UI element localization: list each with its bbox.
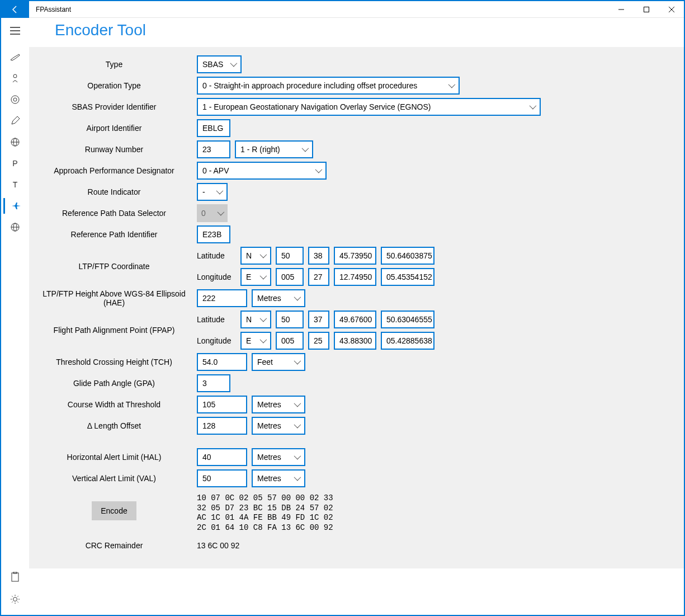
svg-point-18 xyxy=(13,598,17,601)
cwat-input[interactable]: 105 xyxy=(197,396,247,413)
sidebar-item-globe[interactable] xyxy=(3,134,27,150)
label-gpa: Glide Path Angle (GPA) xyxy=(34,379,197,388)
window-controls xyxy=(608,1,684,18)
gpa-input[interactable]: 3 xyxy=(197,374,230,392)
rpi-input[interactable]: E23B xyxy=(197,225,230,243)
hae-input[interactable]: 222 xyxy=(197,289,247,307)
person-location-icon xyxy=(11,74,20,83)
fpap-lon-deg-input[interactable]: 005 xyxy=(276,332,304,350)
label-route-indicator: Route Indicator xyxy=(34,187,197,196)
fpap-lat-sec-input[interactable]: 49.67600 xyxy=(334,311,376,328)
airport-id-input[interactable]: EBLG xyxy=(197,119,230,137)
tch-unit-select[interactable]: Feet xyxy=(252,353,305,371)
fpap-lon-hemi-select[interactable]: E xyxy=(240,332,271,350)
label-val: Vertical Alert Limit (VAL) xyxy=(34,474,197,483)
sidebar-item-clipboard[interactable] xyxy=(3,569,27,585)
ltp-lon-hemi-select[interactable]: E xyxy=(240,268,271,286)
label-rpds: Reference Path Data Selector xyxy=(34,209,197,218)
sidebar-item-encoder[interactable] xyxy=(3,198,27,214)
ltp-lon-sec-input[interactable]: 12.74950 xyxy=(334,268,376,286)
label-ltpftp: LTP/FTP Coordinate xyxy=(34,246,197,286)
encode-button[interactable]: Encode xyxy=(92,501,136,520)
label-longitude: Longitude xyxy=(197,336,236,345)
apd-select[interactable]: 0 - APV xyxy=(197,162,327,180)
dlen-unit-select[interactable]: Metres xyxy=(252,417,305,435)
svg-rect-16 xyxy=(12,573,18,581)
label-rpi: Reference Path Identifier xyxy=(34,230,197,239)
rpds-select: 0 xyxy=(197,204,228,222)
label-operation-type: Operation Type xyxy=(34,81,197,90)
sidebar-item-settings[interactable] xyxy=(3,591,27,607)
svg-rect-1 xyxy=(644,7,649,12)
sidebar-item-measure[interactable] xyxy=(3,113,27,129)
maximize-button[interactable] xyxy=(634,1,659,18)
val-unit-select[interactable]: Metres xyxy=(252,469,305,487)
letter-t-icon: T xyxy=(13,180,18,189)
ltp-lat-min-input[interactable]: 38 xyxy=(308,247,329,265)
label-tch: Threshold Crossing Height (TCH) xyxy=(34,358,197,366)
label-latitude: Latitude xyxy=(197,315,236,324)
label-crc: CRC Remainder xyxy=(34,541,197,550)
gauge-icon xyxy=(11,95,20,104)
plane-icon xyxy=(11,201,21,210)
route-indicator-select[interactable]: - xyxy=(197,183,228,201)
runway-number-input[interactable]: 23 xyxy=(197,140,230,158)
fpap-lat-hemi-select[interactable]: N xyxy=(240,311,271,328)
crc-value: 13 6C 00 92 xyxy=(197,541,239,550)
ltp-lon-min-input[interactable]: 27 xyxy=(308,268,329,286)
sidebar-item-globe2[interactable] xyxy=(3,219,27,235)
ltp-lat-hemi-select[interactable]: N xyxy=(240,247,271,265)
pencil-icon xyxy=(11,116,20,125)
fpap-lat-deg-input[interactable]: 50 xyxy=(276,311,304,328)
sidebar: P T xyxy=(1,18,29,615)
fpap-lat-dd-input[interactable]: 50.63046555 xyxy=(381,311,434,328)
form-content: Type SBAS Operation Type 0 - Straight-in… xyxy=(29,47,684,568)
plane-takeoff-icon xyxy=(10,53,20,61)
label-sbas-provider: SBAS Provider Identifier xyxy=(34,102,197,111)
label-fpap: Flight Path Alignment Point (FPAP) xyxy=(34,310,197,350)
minimize-button[interactable] xyxy=(608,1,634,18)
hamburger-icon xyxy=(10,27,20,35)
dlen-input[interactable]: 128 xyxy=(197,417,247,435)
sidebar-item-t[interactable]: T xyxy=(3,177,27,192)
svg-point-7 xyxy=(13,74,17,78)
ltp-lat-sec-input[interactable]: 45.73950 xyxy=(334,247,376,265)
close-icon xyxy=(669,7,674,12)
val-input[interactable]: 50 xyxy=(197,469,247,487)
label-cwat: Course Width at Threshold xyxy=(34,400,197,409)
gear-icon xyxy=(10,594,20,604)
hae-unit-select[interactable]: Metres xyxy=(252,289,305,307)
cwat-unit-select[interactable]: Metres xyxy=(252,396,305,413)
runway-side-select[interactable]: 1 - R (right) xyxy=(235,140,313,158)
label-hae: LTP/FTP Height Above WGS-84 Ellipsoid (H… xyxy=(34,289,197,307)
operation-type-select[interactable]: 0 - Straight-in approach procedure inclu… xyxy=(197,77,460,95)
close-button[interactable] xyxy=(659,1,684,18)
hal-input[interactable]: 40 xyxy=(197,448,247,466)
hal-unit-select[interactable]: Metres xyxy=(252,448,305,466)
letter-p-icon: P xyxy=(12,159,17,168)
label-apd: Approach Performance Designator xyxy=(34,166,197,175)
label-runway: Runway Number xyxy=(34,145,197,154)
fpap-lon-sec-input[interactable]: 43.88300 xyxy=(334,332,376,350)
sbas-provider-select[interactable]: 1 - European Geostationary Navigation Ov… xyxy=(197,98,541,116)
label-hal: Horizontal Alert Limit (HAL) xyxy=(34,453,197,462)
sidebar-item-instrument[interactable] xyxy=(3,92,27,107)
sidebar-item-approach[interactable] xyxy=(3,70,27,86)
page-title: Encoder Tool xyxy=(1,18,684,47)
tch-input[interactable]: 54.0 xyxy=(197,353,247,371)
type-select[interactable]: SBAS xyxy=(197,55,242,73)
title-bar: FPAssistant xyxy=(1,1,684,18)
fpap-lon-min-input[interactable]: 25 xyxy=(308,332,329,350)
ltp-lat-dd-input[interactable]: 50.64603875 xyxy=(381,247,434,265)
fpap-lat-min-input[interactable]: 37 xyxy=(308,311,329,328)
globe-icon xyxy=(11,138,20,147)
ltp-lat-deg-input[interactable]: 50 xyxy=(276,247,304,265)
sidebar-item-p[interactable]: P xyxy=(3,156,27,171)
fpap-lon-dd-input[interactable]: 05.42885638 xyxy=(381,332,434,350)
sidebar-item-departure[interactable] xyxy=(3,49,27,65)
ltp-lon-deg-input[interactable]: 005 xyxy=(276,268,304,286)
label-dlen: Δ Length Offset xyxy=(34,421,197,430)
menu-button[interactable] xyxy=(1,18,29,44)
ltp-lon-dd-input[interactable]: 05.45354152 xyxy=(381,268,434,286)
back-button[interactable] xyxy=(1,1,29,18)
